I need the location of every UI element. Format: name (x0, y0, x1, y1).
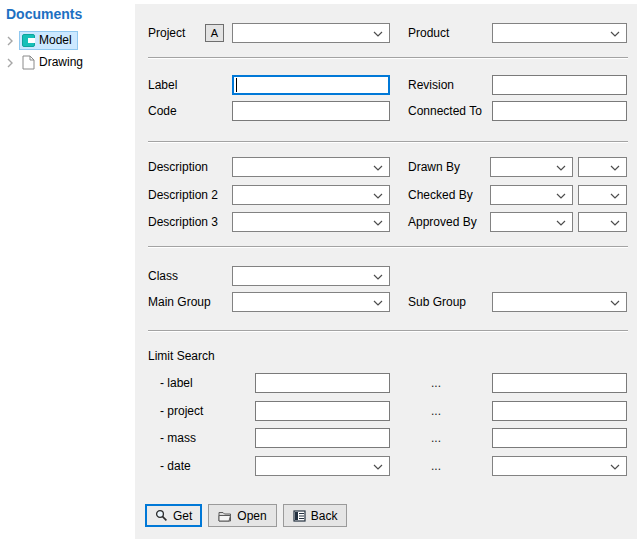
range-separator: ... (431, 373, 441, 393)
drawn-by-label: Drawn By (408, 157, 460, 177)
chevron-down-icon (373, 165, 383, 171)
approved-by-label: Approved By (408, 212, 477, 232)
chevron-down-icon (610, 220, 620, 226)
description2-combobox[interactable] (232, 185, 390, 205)
chevron-down-icon (373, 274, 383, 280)
limit-search-header-row: Limit Search (135, 346, 637, 366)
limit-mass-to-input[interactable] (492, 428, 627, 448)
sidebar-title: Documents (6, 6, 82, 22)
limit-label-label: - label (160, 373, 193, 393)
chevron-down-icon (373, 31, 383, 37)
project-attribute-button[interactable]: A (205, 24, 224, 42)
code-connectedto-row: Code Connected To (135, 101, 637, 121)
tree-item-drawing[interactable]: Drawing (0, 53, 89, 72)
range-separator: ... (431, 456, 441, 476)
checked-by-label: Checked By (408, 185, 473, 205)
checked-by-secondary-combobox[interactable] (578, 185, 627, 205)
maingroup-subgroup-row: Main Group Sub Group (135, 292, 637, 312)
back-button[interactable]: Back (283, 504, 348, 527)
description-combobox[interactable] (232, 157, 390, 177)
chevron-right-icon[interactable] (5, 36, 15, 46)
tree-item-model-row[interactable]: Model (19, 31, 78, 50)
chevron-down-icon (373, 300, 383, 306)
limit-project-row: - project ... (135, 401, 637, 421)
chevron-down-icon (373, 464, 383, 470)
search-form-panel: Project A Product Label Revision Code Co… (135, 4, 637, 539)
separator (148, 330, 628, 332)
project-label: Project (148, 23, 185, 43)
open-button[interactable]: Open (208, 504, 276, 527)
limit-date-from-combobox[interactable] (255, 456, 390, 476)
product-combobox[interactable] (492, 23, 627, 43)
separator (148, 57, 628, 59)
limit-project-to-input[interactable] (492, 401, 627, 421)
description-drawnby-row: Description Drawn By (135, 157, 637, 177)
sub-group-combobox[interactable] (492, 292, 627, 312)
project-combobox[interactable] (232, 23, 390, 43)
folder-icon (218, 510, 232, 522)
limit-label-from-input[interactable] (255, 373, 390, 393)
get-button[interactable]: Get (145, 504, 202, 527)
open-button-label: Open (237, 509, 266, 523)
back-button-label: Back (311, 509, 338, 523)
chevron-right-icon[interactable] (5, 58, 15, 68)
tree-item-label: Drawing (39, 55, 83, 70)
chevron-down-icon (610, 300, 620, 306)
code-input[interactable] (232, 101, 390, 121)
approved-by-secondary-combobox[interactable] (578, 212, 627, 232)
separator (148, 246, 628, 248)
drawn-by-secondary-combobox[interactable] (578, 157, 627, 177)
main-group-label: Main Group (148, 292, 211, 312)
chevron-down-icon (373, 220, 383, 226)
limit-project-from-input[interactable] (255, 401, 390, 421)
checked-by-combobox[interactable] (490, 185, 573, 205)
connected-to-input[interactable] (492, 101, 627, 121)
product-label: Product (408, 23, 449, 43)
chevron-down-icon (610, 193, 620, 199)
limit-label-to-input[interactable] (492, 373, 627, 393)
tree-item-drawing-row[interactable]: Drawing (19, 53, 89, 72)
description3-label: Description 3 (148, 212, 218, 232)
limit-mass-row: - mass ... (135, 428, 637, 448)
connected-to-label: Connected To (408, 101, 482, 121)
limit-date-row: - date ... (135, 456, 637, 476)
chevron-down-icon (556, 193, 566, 199)
range-separator: ... (431, 428, 441, 448)
revision-input[interactable] (492, 75, 627, 95)
model-cube-icon (22, 34, 35, 47)
get-button-label: Get (173, 509, 192, 523)
search-icon (155, 509, 168, 522)
chevron-down-icon (610, 31, 620, 37)
description2-label: Description 2 (148, 185, 218, 205)
limit-project-label: - project (160, 401, 203, 421)
document-icon (22, 55, 35, 70)
limit-mass-label: - mass (160, 428, 196, 448)
limit-date-to-combobox[interactable] (492, 456, 627, 476)
label-input[interactable] (232, 75, 390, 95)
tree-item-model[interactable]: Model (0, 31, 78, 50)
action-button-row: Get Open Back (145, 504, 347, 527)
description2-checkedby-row: Description 2 Checked By (135, 185, 637, 205)
limit-label-row: - label ... (135, 373, 637, 393)
limit-mass-from-input[interactable] (255, 428, 390, 448)
class-combobox[interactable] (232, 266, 390, 286)
code-label: Code (148, 101, 177, 121)
project-product-row: Project A Product (135, 23, 637, 43)
text-caret (236, 78, 237, 92)
revision-label: Revision (408, 75, 454, 95)
class-row: Class (135, 266, 637, 286)
approved-by-combobox[interactable] (490, 212, 573, 232)
main-group-combobox[interactable] (232, 292, 390, 312)
chevron-down-icon (556, 220, 566, 226)
chevron-down-icon (610, 165, 620, 171)
limit-date-label: - date (160, 456, 191, 476)
separator (148, 141, 628, 143)
description3-combobox[interactable] (232, 212, 390, 232)
form-icon (293, 510, 306, 522)
sub-group-label: Sub Group (408, 292, 466, 312)
drawn-by-combobox[interactable] (490, 157, 573, 177)
chevron-down-icon (610, 464, 620, 470)
description3-approvedby-row: Description 3 Approved By (135, 212, 637, 232)
description-label: Description (148, 157, 208, 177)
tree-item-label: Model (39, 33, 72, 48)
